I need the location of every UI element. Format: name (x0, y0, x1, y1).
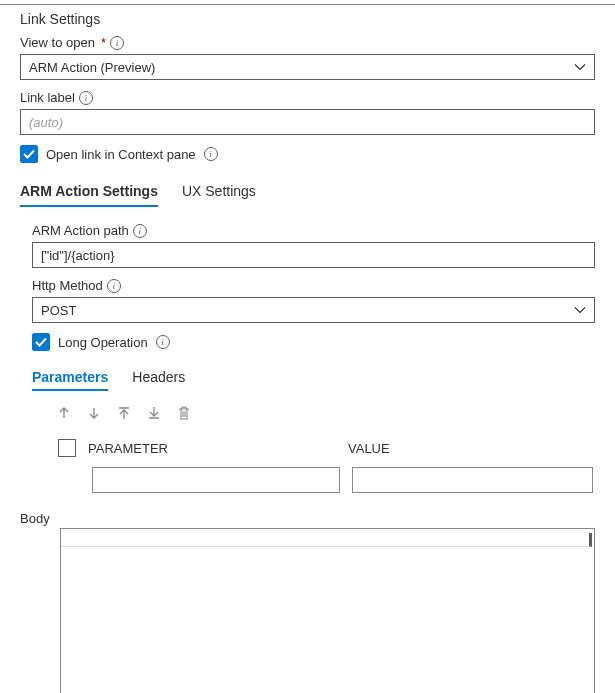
http-method-value: POST (41, 303, 574, 318)
col-header-value: VALUE (348, 441, 595, 456)
param-toolbar (32, 405, 595, 421)
info-icon[interactable]: i (79, 91, 93, 105)
move-down-icon[interactable] (86, 405, 102, 421)
delete-icon[interactable] (176, 405, 192, 421)
parameter-value-input[interactable] (352, 467, 593, 493)
arm-action-path-label: ARM Action path (32, 223, 129, 238)
sub-tabs: Parameters Headers (32, 365, 595, 391)
view-to-open-select[interactable]: ARM Action (Preview) (20, 54, 595, 80)
body-textarea[interactable] (60, 528, 595, 693)
table-row (32, 467, 595, 493)
long-operation-label: Long Operation (58, 335, 148, 350)
col-header-parameter: PARAMETER (88, 441, 336, 456)
required-asterisk: * (101, 35, 106, 50)
move-bottom-icon[interactable] (146, 405, 162, 421)
long-operation-checkbox[interactable] (32, 333, 50, 351)
info-icon[interactable]: i (133, 224, 147, 238)
subtab-parameters[interactable]: Parameters (32, 365, 108, 391)
http-method-label: Http Method (32, 278, 103, 293)
view-to-open-label: View to open (20, 35, 95, 50)
info-icon[interactable]: i (107, 279, 121, 293)
main-tabs: ARM Action Settings UX Settings (20, 177, 595, 207)
arm-action-path-value: ["id"]/{action} (41, 248, 115, 263)
arm-action-path-input[interactable]: ["id"]/{action} (32, 242, 595, 268)
tab-arm-action-settings[interactable]: ARM Action Settings (20, 177, 158, 207)
chevron-down-icon (574, 61, 586, 73)
move-up-icon[interactable] (56, 405, 72, 421)
open-in-context-label: Open link in Context pane (46, 147, 196, 162)
parameter-table: PARAMETER VALUE (32, 439, 595, 493)
info-icon[interactable]: i (204, 147, 218, 161)
info-icon[interactable]: i (110, 36, 124, 50)
link-label-label: Link label (20, 90, 75, 105)
chevron-down-icon (574, 304, 586, 316)
link-label-input[interactable] (20, 109, 595, 135)
tab-ux-settings[interactable]: UX Settings (182, 177, 256, 207)
select-all-checkbox[interactable] (58, 439, 76, 457)
subtab-headers[interactable]: Headers (132, 365, 185, 391)
open-in-context-checkbox[interactable] (20, 145, 38, 163)
info-icon[interactable]: i (156, 335, 170, 349)
http-method-select[interactable]: POST (32, 297, 595, 323)
body-label: Body (20, 511, 595, 526)
parameter-name-input[interactable] (92, 467, 340, 493)
view-to-open-value: ARM Action (Preview) (29, 60, 574, 75)
move-top-icon[interactable] (116, 405, 132, 421)
section-title: Link Settings (20, 11, 595, 27)
